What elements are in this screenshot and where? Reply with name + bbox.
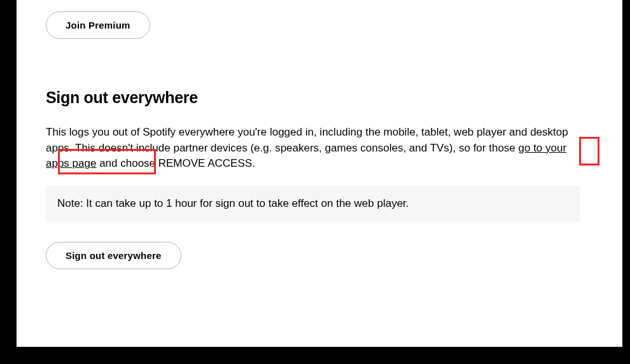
sign-out-description: This logs you out of Spotify everywhere … <box>46 125 580 172</box>
sign-out-desc-text-before: This logs you out of Spotify everywhere … <box>46 126 568 154</box>
join-premium-button[interactable]: Join Premium <box>46 11 150 39</box>
sign-out-note: Note: It can take up to 1 hour for sign … <box>46 186 580 221</box>
account-settings-panel: Join Premium Sign out everywhere This lo… <box>17 0 622 347</box>
sign-out-everywhere-button[interactable]: Sign out everywhere <box>46 242 181 269</box>
sign-out-heading: Sign out everywhere <box>46 88 593 107</box>
sign-out-desc-text-after: and choose REMOVE ACCESS. <box>96 157 255 169</box>
annotation-highlight <box>579 137 599 165</box>
